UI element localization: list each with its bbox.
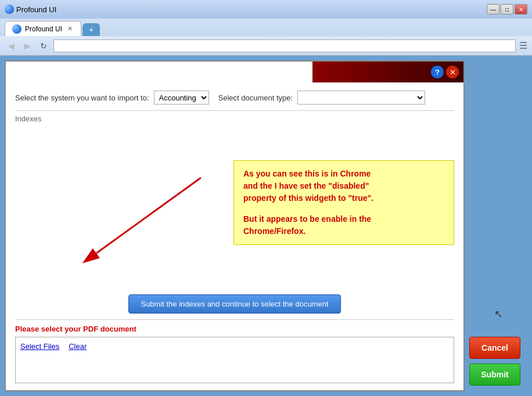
tab-close-icon[interactable]: ✕ <box>66 25 74 33</box>
browser-logo <box>5 5 14 14</box>
tab-favicon <box>12 24 21 34</box>
indexes-label: Indexes <box>15 114 454 123</box>
file-section: Please select your PDF document Select F… <box>15 319 454 383</box>
right-panel: ↖ Cancel Submit <box>469 60 527 391</box>
minimize-button[interactable]: — <box>487 4 499 15</box>
dialog-panel: ? ✕ Select the system you want to import… <box>5 60 465 391</box>
main-content: ? ✕ Select the system you want to import… <box>0 56 532 396</box>
window-controls: — □ ✕ <box>487 4 527 15</box>
system-select[interactable]: Accounting <box>154 91 209 105</box>
settings-icon[interactable]: ☰ <box>519 40 527 51</box>
document-type-label: Select document type: <box>218 93 293 102</box>
annotation-line5: But it appears to be enable in the <box>243 213 444 225</box>
help-button[interactable]: ? <box>431 66 444 78</box>
tab-bar: Profound UI ✕ + <box>0 19 532 36</box>
cursor-icon: ↖ <box>494 308 503 321</box>
cursor-area: ↖ <box>469 60 527 332</box>
browser-title: Profound UI <box>16 5 56 14</box>
dialog-body: Select the system you want to import to:… <box>6 62 463 390</box>
annotation-line6: Chrome/Firefox. <box>243 225 444 237</box>
annotation-line1: As you can see this is in Chrome <box>243 168 444 180</box>
new-tab-button[interactable]: + <box>82 23 100 36</box>
maximize-button[interactable]: □ <box>501 4 513 15</box>
select-files-link[interactable]: Select Files <box>20 342 59 351</box>
back-button[interactable]: ◀ <box>5 39 17 52</box>
annotation-line2: and the I have set the "disabled" <box>243 180 444 192</box>
dialog-close-button[interactable]: ✕ <box>446 66 459 78</box>
address-bar[interactable] <box>53 39 516 52</box>
annotation-line3: property of this widgeth to "true". <box>243 192 444 204</box>
arrow-graphic <box>27 172 224 265</box>
system-select-row: Select the system you want to import to:… <box>15 91 454 105</box>
active-tab[interactable]: Profound UI ✕ <box>5 21 81 36</box>
svg-line-1 <box>96 178 201 253</box>
document-type-group: Select document type: <box>218 91 426 105</box>
file-label: Please select your PDF document <box>15 325 454 333</box>
submit-indexes-button[interactable]: Submit the indexes and continue to selec… <box>128 294 340 314</box>
document-type-select[interactable] <box>297 91 425 105</box>
submit-btn-section: Submit the indexes and continue to selec… <box>15 289 454 314</box>
tab-label: Profound UI <box>25 25 62 33</box>
system-label: Select the system you want to import to: <box>15 93 149 102</box>
forward-button[interactable]: ▶ <box>21 39 34 52</box>
annotation-box: As you can see this is in Chrome and the… <box>233 160 454 245</box>
clear-link[interactable]: Clear <box>69 342 87 351</box>
cancel-button[interactable]: Cancel <box>469 337 520 359</box>
system-group: Select the system you want to import to:… <box>15 91 209 105</box>
close-window-button[interactable]: ✕ <box>515 4 527 15</box>
content-area: As you can see this is in Chrome and the… <box>15 125 454 253</box>
indexes-section: Indexes As you can see this is in Chrome… <box>15 110 454 253</box>
file-upload-area: Select Files Clear <box>15 337 454 383</box>
file-links: Select Files Clear <box>20 342 449 351</box>
dialog-header: ? ✕ <box>312 62 463 82</box>
indexes-content: As you can see this is in Chrome and the… <box>15 125 454 253</box>
navigation-bar: ◀ ▶ ↻ ☰ <box>0 36 532 56</box>
reload-button[interactable]: ↻ <box>37 39 50 52</box>
submit-button[interactable]: Submit <box>469 363 520 386</box>
